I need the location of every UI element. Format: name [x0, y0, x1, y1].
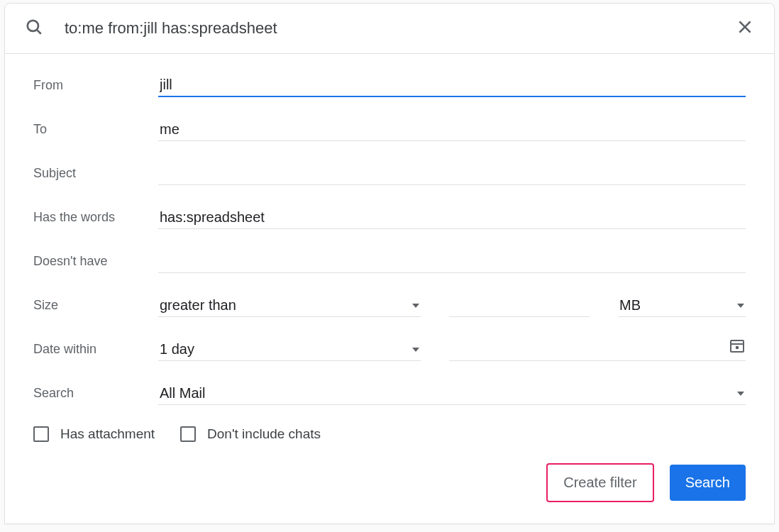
has-attachment-label: Has attachment: [60, 426, 155, 442]
size-unit-value: MB: [619, 297, 731, 314]
has-words-label: Has the words: [33, 210, 158, 229]
size-value-input[interactable]: [449, 294, 590, 317]
svg-rect-6: [736, 346, 739, 349]
date-within-label: Date within: [33, 342, 158, 361]
to-input[interactable]: [158, 118, 746, 141]
advanced-search-form: From To Subject Has the words Doesn't ha: [5, 54, 774, 523]
checkbox-icon: [33, 426, 49, 442]
search-icon: [25, 18, 43, 39]
doesnt-have-label: Doesn't have: [33, 254, 158, 273]
size-unit-select[interactable]: MB: [618, 294, 746, 317]
size-label: Size: [33, 298, 158, 317]
create-filter-button[interactable]: Create filter: [546, 463, 653, 502]
size-comparator-select[interactable]: greater than: [158, 294, 421, 317]
close-icon[interactable]: [733, 15, 757, 42]
chevron-down-icon: [412, 348, 419, 352]
search-input[interactable]: [63, 18, 733, 38]
calendar-icon[interactable]: [729, 337, 746, 358]
dont-include-chats-label: Don't include chats: [207, 426, 321, 442]
dont-include-chats-checkbox[interactable]: Don't include chats: [180, 426, 321, 442]
date-picker-input[interactable]: [449, 338, 746, 361]
chevron-down-icon: [737, 392, 744, 396]
chevron-down-icon: [412, 304, 419, 308]
subject-input[interactable]: [158, 162, 746, 185]
checkbox-icon: [180, 426, 196, 442]
svg-point-0: [28, 21, 38, 31]
to-label: To: [33, 122, 158, 141]
search-scope-label: Search: [33, 386, 158, 405]
has-words-input[interactable]: [158, 206, 746, 229]
svg-line-1: [37, 30, 40, 33]
chevron-down-icon: [737, 304, 744, 308]
search-bar: [5, 4, 774, 54]
doesnt-have-input[interactable]: [158, 250, 746, 273]
search-button[interactable]: Search: [670, 465, 746, 501]
date-range-select[interactable]: 1 day: [158, 338, 421, 361]
search-scope-value: All Mail: [160, 385, 731, 401]
from-label: From: [33, 78, 158, 97]
search-scope-select[interactable]: All Mail: [158, 382, 746, 405]
form-actions: Create filter Search: [33, 463, 746, 502]
subject-label: Subject: [33, 166, 158, 185]
size-comparator-value: greater than: [160, 297, 407, 314]
has-attachment-checkbox[interactable]: Has attachment: [33, 426, 155, 442]
date-range-value: 1 day: [160, 341, 407, 358]
advanced-search-panel: From To Subject Has the words Doesn't ha: [4, 3, 775, 524]
from-input[interactable]: [158, 74, 746, 97]
